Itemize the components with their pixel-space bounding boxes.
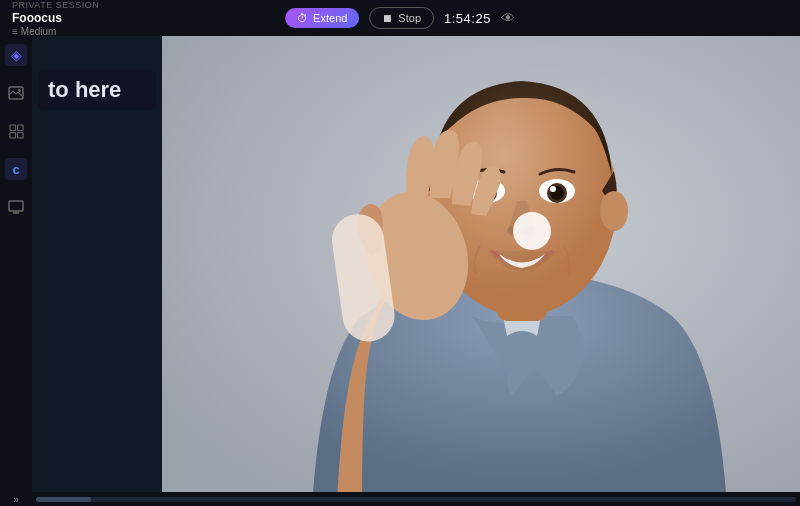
quality-icon: ≡ (12, 26, 18, 37)
extend-button[interactable]: Extend (285, 8, 359, 28)
scrollbar-thumb[interactable] (36, 497, 91, 502)
video-area (162, 36, 800, 492)
sidebar: ◈ c (0, 36, 32, 492)
svg-rect-6 (9, 201, 23, 211)
svg-point-22 (550, 186, 556, 192)
arrows-icon[interactable]: » (13, 494, 19, 505)
session-label: PRIVATE SESSION (12, 0, 99, 10)
sidebar-logo-icon[interactable]: ◈ (5, 44, 27, 66)
tooltip-text: to here (48, 77, 121, 102)
svg-point-1 (18, 89, 21, 92)
top-bar: PRIVATE SESSION Fooocus ≡ Medium Extend … (0, 0, 800, 36)
sidebar-image-icon[interactable] (5, 82, 27, 104)
scrollbar-track[interactable] (36, 497, 796, 502)
top-bar-controls: Extend Stop 1:54:25 👁 (285, 7, 515, 29)
bottom-bar: » (0, 492, 800, 506)
svg-rect-5 (17, 132, 23, 138)
sidebar-monitor-icon[interactable] (5, 196, 27, 218)
side-panel: to here (32, 36, 162, 492)
app-quality: ≡ Medium (12, 26, 99, 37)
main-content: ◈ c to here (0, 36, 800, 492)
sidebar-grid-icon[interactable] (5, 120, 27, 142)
stop-button[interactable]: Stop (369, 7, 434, 29)
svg-point-14 (600, 191, 628, 231)
svg-point-27 (513, 212, 551, 250)
sidebar-c-icon[interactable]: c (5, 158, 27, 180)
svg-rect-3 (17, 125, 23, 131)
timer-display: 1:54:25 (444, 11, 491, 26)
tooltip-box: to here (38, 70, 156, 110)
app-info: PRIVATE SESSION Fooocus ≡ Medium (12, 0, 99, 37)
eye-icon[interactable]: 👁 (501, 10, 515, 26)
app-name: Fooocus (12, 11, 99, 25)
bottom-left: » (0, 492, 32, 506)
photo-scene (162, 36, 800, 492)
svg-rect-2 (10, 125, 16, 131)
svg-rect-4 (10, 132, 16, 138)
